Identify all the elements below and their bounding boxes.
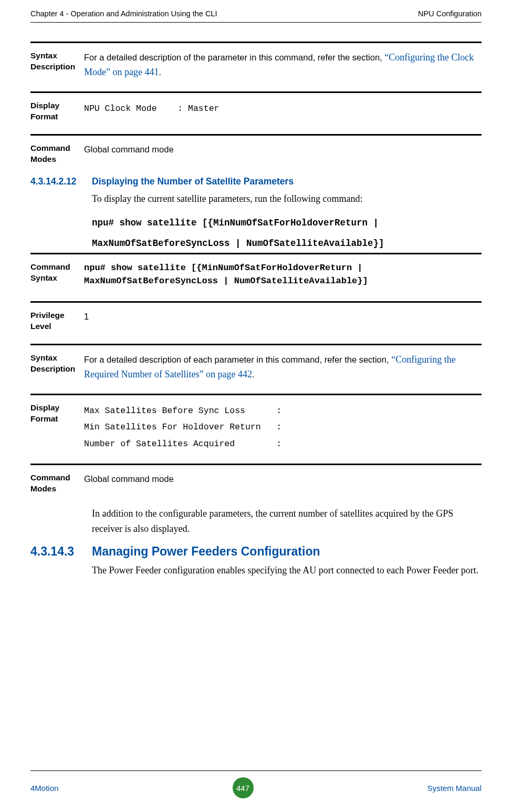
- rule: [30, 91, 482, 93]
- section-title: Managing Power Feeders Configuration: [92, 544, 320, 559]
- command-line: MaxNumOfSatBeforeSyncLoss | NumOfSatelli…: [92, 235, 482, 252]
- row-body: Max Satellites Before Sync Loss : Min Sa…: [84, 403, 482, 452]
- command-syntax-block: Command Syntax npu# show satellite [{Min…: [30, 262, 482, 287]
- command-line: npu# show satellite [{MinNumOfSatForHold…: [92, 214, 482, 231]
- row-body: npu# show satellite [{MinNumOfSatForHold…: [84, 262, 482, 287]
- rule: [30, 134, 482, 136]
- row-label: Display Format: [30, 403, 84, 425]
- paragraph: In addition to the configurable paramete…: [92, 506, 482, 537]
- code-line: Max Satellites Before Sync Loss :: [84, 403, 482, 419]
- header-left: Chapter 4 - Operation and Administration…: [30, 9, 217, 18]
- section-number: 4.3.14.3: [30, 544, 92, 559]
- code-line: NPU Clock Mode : Master: [84, 100, 482, 117]
- row-label: Display Format: [30, 100, 84, 122]
- footer-right: System Manual: [427, 784, 482, 793]
- text: For a detailed description of the parame…: [84, 53, 384, 62]
- section-power-feeders: 4.3.14.3 Managing Power Feeders Configur…: [30, 544, 482, 579]
- footer-rule: [30, 770, 482, 771]
- display-format-block: Display Format NPU Clock Mode : Master: [30, 100, 482, 122]
- paragraph: The Power Feeder configuration enables s…: [92, 563, 482, 579]
- rule: [30, 344, 482, 345]
- syntax-description-block: Syntax Description For a detailed descri…: [30, 50, 482, 80]
- row-body: For a detailed description of each param…: [84, 353, 482, 382]
- footer: 4Motion 447 System Manual: [30, 777, 482, 798]
- code-line: npu# show satellite [{MinNumOfSatForHold…: [84, 262, 482, 275]
- section-satellite-params: 4.3.14.2.12 Displaying the Number of Sat…: [30, 176, 482, 251]
- section-title: Displaying the Number of Satellite Param…: [92, 176, 294, 187]
- text: .: [252, 369, 255, 379]
- text: For a detailed description of each param…: [84, 355, 391, 364]
- header-right: NPU Configuration: [418, 9, 482, 18]
- section-number: 4.3.14.2.12: [30, 176, 92, 187]
- code-line: Number of Satellites Acquired :: [84, 436, 482, 452]
- text: .: [159, 67, 161, 77]
- row-body: For a detailed description of the parame…: [84, 50, 482, 80]
- row-body: Global command mode: [84, 143, 482, 157]
- privilege-level-block: Privilege Level 1: [30, 310, 482, 332]
- paragraph: To display the current satellite paramet…: [92, 191, 482, 207]
- rule: [30, 394, 482, 395]
- rule: [30, 253, 482, 254]
- rule: [30, 301, 482, 303]
- row-label: Privilege Level: [30, 310, 84, 332]
- page-number-badge: 447: [233, 777, 254, 798]
- footer-left: 4Motion: [30, 784, 58, 793]
- row-body: NPU Clock Mode : Master: [84, 100, 482, 117]
- command-modes-block: Command Modes Global command mode: [30, 472, 482, 495]
- row-label: Command Syntax: [30, 262, 84, 284]
- row-label: Syntax Description: [30, 353, 84, 375]
- code-line: Min Satellites For Holdover Return :: [84, 419, 482, 435]
- rule: [30, 464, 482, 465]
- header-rule: [30, 22, 482, 23]
- row-label: Syntax Description: [30, 50, 84, 73]
- code-line: MaxNumOfSatBeforeSyncLoss | NumOfSatelli…: [84, 275, 482, 288]
- row-body: 1: [84, 310, 482, 324]
- rule: [30, 42, 482, 43]
- command-modes-block: Command Modes Global command mode: [30, 143, 482, 165]
- row-label: Command Modes: [30, 472, 84, 495]
- syntax-description-block: Syntax Description For a detailed descri…: [30, 353, 482, 382]
- display-format-block: Display Format Max Satellites Before Syn…: [30, 403, 482, 452]
- running-header: Chapter 4 - Operation and Administration…: [30, 0, 482, 22]
- row-label: Command Modes: [30, 143, 84, 165]
- row-body: Global command mode: [84, 472, 482, 486]
